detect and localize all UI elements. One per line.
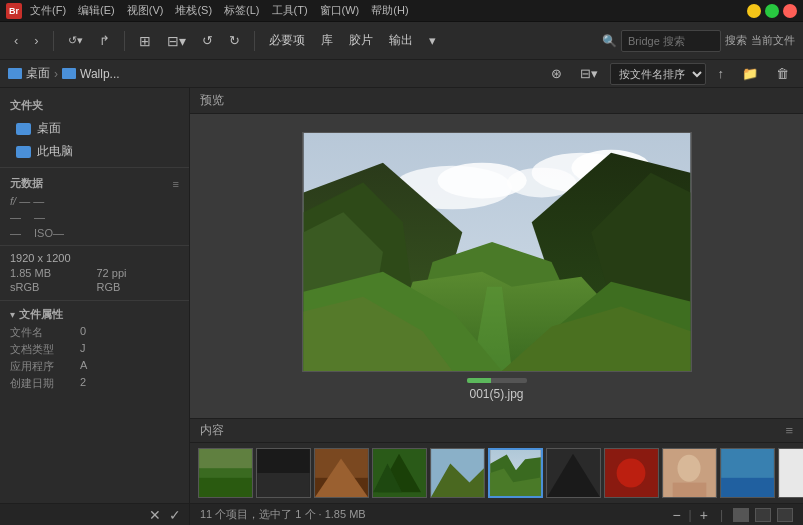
- refine-button[interactable]: ⊟▾: [161, 28, 192, 54]
- main-area: 文件夹 桌面 此电脑 元数据 ≡ f/ — — — —: [0, 88, 803, 525]
- landscape-svg: [303, 133, 691, 371]
- status-right: − | + |: [670, 507, 793, 523]
- breadcrumb: 桌面 › Wallp...: [8, 65, 120, 82]
- thumbnail-4[interactable]: [372, 448, 427, 498]
- preview-image-container: 001(5).jpg: [190, 114, 803, 418]
- preview-filename: 001(5).jpg: [467, 378, 527, 401]
- iso-value: ISO—: [34, 227, 64, 239]
- locale-label: 当前文件: [751, 33, 795, 48]
- second-bar: 桌面 › Wallp... ⊛ ⊟▾ 按文件名排序 按日期排序 按大小排序 ↑ …: [0, 60, 803, 88]
- breadcrumb-desktop[interactable]: 桌面: [26, 65, 50, 82]
- thumbnail-1[interactable]: [198, 448, 253, 498]
- minimize-button[interactable]: [747, 4, 761, 18]
- list-view-button[interactable]: [755, 508, 771, 522]
- prop-doctype: 文档类型 J: [0, 341, 189, 358]
- fstop-label: f/: [10, 195, 16, 207]
- prop-filename-value: 0: [80, 325, 179, 340]
- svg-rect-22: [257, 473, 310, 497]
- folder-item-computer[interactable]: 此电脑: [0, 140, 189, 163]
- collapse-arrow[interactable]: ▾: [10, 309, 15, 320]
- sidebar-confirm-icon[interactable]: ✓: [169, 507, 181, 523]
- thumbnail-11[interactable]: [778, 448, 803, 498]
- thumbnail-7[interactable]: [546, 448, 601, 498]
- breadcrumb-folder[interactable]: Wallp...: [80, 67, 120, 81]
- title-bar: Br 文件(F) 编辑(E) 视图(V) 堆栈(S) 标签(L) 工具(T) 窗…: [0, 0, 803, 22]
- thumbnail-8[interactable]: [604, 448, 659, 498]
- svg-rect-20: [199, 449, 252, 468]
- folder-label-computer: 此电脑: [37, 143, 73, 160]
- back-button[interactable]: ‹: [8, 28, 24, 54]
- sort-direction[interactable]: ↑: [712, 61, 731, 87]
- metadata-divider-1: [0, 245, 189, 246]
- thumbnail-5[interactable]: [430, 448, 485, 498]
- folder-item-desktop[interactable]: 桌面: [0, 117, 189, 140]
- file-props-title: 文件属性: [19, 307, 63, 322]
- rotate-ccw-button[interactable]: ↺: [196, 28, 219, 54]
- folder-label-desktop: 桌面: [37, 120, 61, 137]
- sidebar-bottom: ✕ ✓: [0, 503, 189, 525]
- menu-label[interactable]: 标签(L): [224, 3, 259, 18]
- search-area: 🔍 搜索 当前文件: [602, 30, 795, 52]
- color-profile: sRGB: [10, 281, 93, 293]
- shutter-label: —: [10, 211, 21, 223]
- menu-window[interactable]: 窗口(W): [320, 3, 360, 18]
- toolbar-separator-2: [124, 31, 125, 51]
- menu-help[interactable]: 帮助(H): [371, 3, 408, 18]
- menu-edit[interactable]: 编辑(E): [78, 3, 115, 18]
- prop-application-value: A: [80, 359, 179, 374]
- image-dimensions: 1920 x 1200: [0, 250, 189, 266]
- output-tab[interactable]: 输出: [383, 32, 419, 49]
- menu-tools[interactable]: 工具(T): [272, 3, 308, 18]
- filmstrip-tab[interactable]: 胶片: [343, 32, 379, 49]
- metadata-menu-icon[interactable]: ≡: [173, 178, 179, 190]
- content-menu-icon[interactable]: ≡: [785, 423, 793, 438]
- menu-stack[interactable]: 堆栈(S): [175, 3, 212, 18]
- zoom-plus[interactable]: +: [698, 507, 710, 523]
- detail-view-button[interactable]: [777, 508, 793, 522]
- thumbnail-6[interactable]: [488, 448, 543, 498]
- prop-filename-label: 文件名: [10, 325, 80, 340]
- maximize-button[interactable]: [765, 4, 779, 18]
- delete-button[interactable]: 🗑: [770, 61, 795, 87]
- zoom-minus[interactable]: −: [670, 507, 682, 523]
- thumbnail-9[interactable]: [662, 448, 717, 498]
- folder-icon-small-2: [62, 68, 76, 79]
- filter-button[interactable]: ⊛: [545, 61, 568, 87]
- metadata-color-row: sRGB RGB: [0, 280, 189, 294]
- rotate-cw-button[interactable]: ↻: [223, 28, 246, 54]
- preview-area: 预览: [190, 88, 803, 525]
- title-bar-left: Br 文件(F) 编辑(E) 视图(V) 堆栈(S) 标签(L) 工具(T) 窗…: [6, 3, 409, 19]
- sort-select[interactable]: 按文件名排序 按日期排序 按大小排序: [610, 63, 706, 85]
- menu-view[interactable]: 视图(V): [127, 3, 164, 18]
- thumbnail-2[interactable]: [256, 448, 311, 498]
- close-button[interactable]: [783, 4, 797, 18]
- search-input[interactable]: [621, 30, 721, 52]
- library-tab[interactable]: 库: [315, 32, 339, 49]
- new-folder-button[interactable]: 📁: [736, 61, 764, 87]
- menu-file[interactable]: 文件(F): [30, 3, 66, 18]
- section-dropdown[interactable]: ▾: [423, 28, 442, 54]
- filter-options[interactable]: ⊟▾: [574, 61, 604, 87]
- grid-view-button[interactable]: [733, 508, 749, 522]
- thumbnail-3[interactable]: [314, 448, 369, 498]
- history-button[interactable]: ↺▾: [62, 28, 89, 54]
- content-title: 内容: [200, 422, 224, 439]
- prop-doctype-label: 文档类型: [10, 342, 80, 357]
- filename-label: 001(5).jpg: [469, 387, 523, 401]
- svg-point-37: [617, 459, 646, 488]
- prop-doctype-value: J: [80, 342, 179, 357]
- iso-label: —: [10, 227, 21, 239]
- prop-application-label: 应用程序: [10, 359, 80, 374]
- forward-button[interactable]: ›: [28, 28, 44, 54]
- title-bar-controls: [747, 4, 797, 18]
- get-photos-button[interactable]: ⊞: [133, 28, 157, 54]
- main-toolbar: ‹ › ↺▾ ↱ ⊞ ⊟▾ ↺ ↻ 必要项 库 胶片 输出 ▾ 🔍 搜索 当前文…: [0, 22, 803, 60]
- essentials-tab[interactable]: 必要项: [263, 32, 311, 49]
- svg-rect-42: [721, 478, 774, 497]
- toolbar-separator-1: [53, 31, 54, 51]
- image-ppi: 72 ppi: [97, 267, 180, 279]
- sidebar-cancel-icon[interactable]: ✕: [149, 507, 161, 523]
- prop-createdate: 创建日期 2: [0, 375, 189, 392]
- thumbnail-10[interactable]: [720, 448, 775, 498]
- up-button[interactable]: ↱: [93, 28, 116, 54]
